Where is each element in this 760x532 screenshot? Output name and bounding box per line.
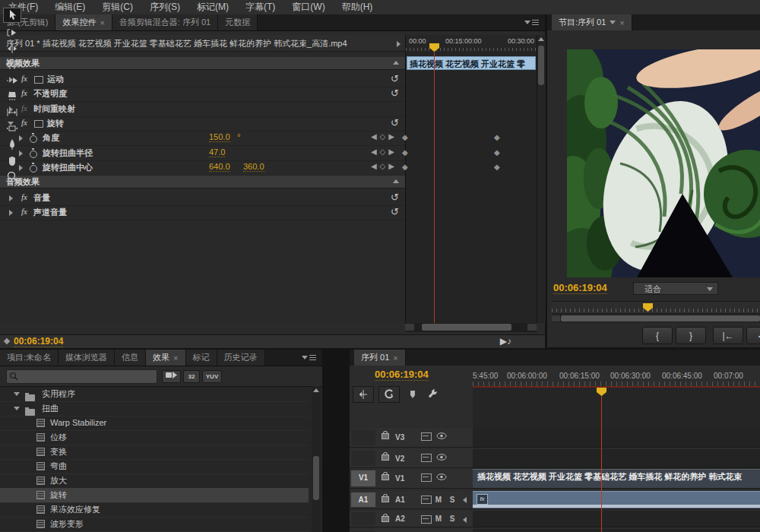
center-x-value[interactable]: 640.0 [209,162,230,172]
sync-lock-icon[interactable] [421,473,432,482]
panel-menu-icon[interactable] [296,350,322,366]
mark-in-button[interactable]: { [642,327,673,344]
tab-info[interactable]: 信息 [115,350,146,366]
vertical-scrollbar[interactable] [537,35,546,323]
reset-effect-icon[interactable]: ↺ [391,206,399,217]
mini-timeline-clip[interactable]: 插花视频 花艺视频 开业花篮 零 [407,56,536,70]
tab-media-browser[interactable]: 媒体浏览器 [59,350,115,366]
program-video-frame[interactable] [567,49,760,277]
lock-icon[interactable] [382,474,389,480]
tab-audio-mixer[interactable]: 音频剪辑混合器: 序列 01 [112,14,218,30]
keyframe-icon[interactable]: ◆ [494,148,500,157]
collapse-section-icon[interactable] [393,61,399,65]
keyframe-nav[interactable]: ◀◇▶ [371,147,397,156]
effect-controls-mini-ruler[interactable]: 00:00 00:15:00:00 00:30:00 [405,35,537,52]
audio-effects-section[interactable]: 音频效果 [0,176,405,188]
accelerated-effects-filter-button[interactable] [162,370,181,383]
play-audio-icon[interactable]: ▶♪ [500,336,511,347]
sync-lock-icon[interactable] [421,432,432,441]
reset-effect-icon[interactable]: ↺ [391,73,399,84]
panel-menu-icon[interactable] [518,14,545,30]
sync-lock-icon[interactable] [421,496,432,504]
effect-controls-timecode[interactable]: 00:06:19:04 [14,336,63,347]
ripple-edit-tool[interactable] [3,41,21,56]
tree-folder-utility[interactable]: 实用程序 [0,387,309,402]
lock-icon[interactable] [382,433,389,439]
collapse-icon[interactable] [14,392,20,396]
tree-scrollbar[interactable] [312,386,321,532]
show-video-icon[interactable] [397,41,401,47]
step-back-button[interactable]: ◀ [746,327,760,344]
filter-yuv-button[interactable]: YUV [202,370,222,383]
close-icon[interactable]: × [619,18,624,27]
effect-row-motion[interactable]: fx 运动 ↺ [0,72,405,87]
keyframe-icon[interactable]: ◆ [494,163,500,171]
solo-button[interactable]: S [447,491,458,508]
tree-effect-bend[interactable]: 弯曲 [0,459,309,474]
tab-effect-controls[interactable]: 效果控件 × [55,14,112,30]
program-mini-ruler[interactable] [552,301,760,314]
reset-effect-icon[interactable]: ↺ [391,117,399,128]
tab-effects[interactable]: 效果 × [146,350,185,366]
collapse-section-icon[interactable] [393,179,399,183]
hand-tool[interactable] [3,153,21,168]
tab-program[interactable]: 节目:序列 01 × [552,14,632,30]
tree-effect-rolling-shutter[interactable]: 果冻效应修复 [0,502,309,518]
tab-project[interactable]: 项目:未命名 [0,350,59,366]
filter-32bit-button[interactable]: 32 [183,370,200,383]
effect-row-time-remap[interactable]: fx 时间重映射 [0,102,405,117]
param-row-angle[interactable]: 角度 150.0 ° ◀◇▶ [0,131,405,146]
reset-effect-icon[interactable]: ↺ [391,87,399,99]
toggle-animation-icon[interactable] [29,133,37,142]
timeline-settings-wrench-icon[interactable] [427,388,439,403]
keyframe-icon[interactable]: ◆ [402,133,408,141]
snap-toggle-button[interactable] [353,386,374,403]
tree-effect-offset[interactable]: 位移 [0,430,309,445]
mute-button[interactable]: M [433,511,444,527]
keyframe-icon[interactable]: ◆ [402,148,408,157]
menu-sequence[interactable]: 序列(S) [141,1,188,14]
menu-help[interactable]: 帮助(H) [334,1,382,14]
toggle-track-output-eye-icon[interactable] [436,473,447,482]
track-select-tool[interactable] [3,25,21,40]
tree-effect-magnify[interactable]: 放大 [0,473,309,489]
tab-metadata[interactable]: 元数据 [218,14,258,30]
sync-lock-icon[interactable] [421,454,432,462]
expand-icon[interactable] [9,210,13,216]
audio-clip[interactable]: fx [473,491,760,508]
mute-button[interactable]: M [433,491,444,508]
zoom-tool[interactable] [3,169,21,182]
zoom-level-select[interactable]: 适合 [633,282,718,295]
linked-selection-button[interactable] [378,386,400,403]
goto-in-button[interactable]: |← [713,327,743,344]
menu-clip[interactable]: 剪辑(C) [93,1,141,14]
video-effects-section[interactable]: 视频效果 [0,57,405,70]
close-icon[interactable]: × [393,353,397,363]
mute-button[interactable]: M [433,529,444,532]
effects-search-input[interactable] [6,369,157,384]
rate-stretch-tool[interactable] [3,73,21,88]
mark-out-button[interactable]: } [676,327,706,344]
slip-tool[interactable] [3,105,21,120]
timeline-ruler[interactable]: 5:45:00 00:06:00:00 00:06:15:00 00:06:30… [473,368,760,386]
pen-tool[interactable] [3,137,21,152]
reset-effect-icon[interactable]: ↺ [391,192,399,203]
effect-row-opacity[interactable]: fx 不透明度 ↺ [0,87,405,102]
tree-effect-warp-stabilizer[interactable]: Warp Stabilizer [0,416,309,431]
slide-tool[interactable] [3,121,21,136]
close-icon[interactable]: × [173,353,178,363]
radius-value[interactable]: 47.0 [209,147,225,157]
keyframe-nav[interactable]: ◀◇▶ [371,162,397,170]
keyframe-icon[interactable]: ◆ [402,163,408,171]
tree-effect-wave-warp[interactable]: 波形变形 [0,517,309,532]
toggle-animation-icon[interactable] [29,148,37,157]
toggle-track-output-eye-icon[interactable] [436,454,447,462]
rolling-edit-tool[interactable] [3,57,21,72]
source-patch-v1[interactable]: V1 [351,470,375,486]
horizontal-scrollbar[interactable] [405,323,537,332]
toggle-track-output-eye-icon[interactable] [436,432,447,441]
speaker-icon[interactable] [463,517,467,523]
tree-effect-transform[interactable]: 变换 [0,445,309,460]
tree-effect-twirl-selected[interactable]: 旋转 [0,488,309,503]
effect-row-channel-volume[interactable]: fx 声道音量 ↺ [0,205,405,220]
